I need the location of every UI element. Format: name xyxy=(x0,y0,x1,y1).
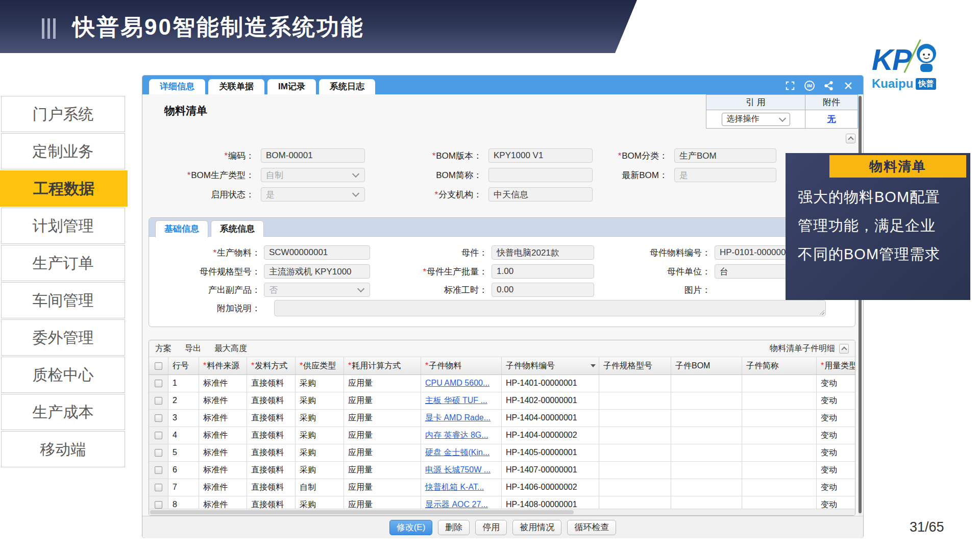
grid-toolbar-item[interactable]: 导出 xyxy=(185,343,201,354)
required-asterisk: * xyxy=(423,267,426,277)
table-cell: 硬盘 金士顿(Kin... xyxy=(421,444,502,461)
table-cell xyxy=(742,392,817,409)
sidebar: 门户系统定制业务工程数据计划管理生产订单车间管理委外管理质检中心生产成本移动端 xyxy=(1,96,125,468)
table-cell: 变动 xyxy=(817,375,855,392)
table-row[interactable]: 5标准件直接领料采购应用量硬盘 金士顿(Kin...HP-1405-000000… xyxy=(149,444,855,462)
sidebar-item[interactable]: 移动端 xyxy=(1,431,125,467)
table-cell: 快普机箱 K-AT... xyxy=(421,479,502,496)
checkbox-cell xyxy=(149,444,168,461)
child-item-link[interactable]: 主板 华硕 TUF ... xyxy=(425,396,487,405)
sidebar-item[interactable]: 工程数据 xyxy=(0,170,128,207)
field-select[interactable]: 否 xyxy=(264,283,370,297)
child-item-link[interactable]: CPU AMD 5600... xyxy=(425,379,489,387)
field-input[interactable]: 0.00 xyxy=(492,283,594,297)
filter-dropdown-icon[interactable] xyxy=(591,364,596,367)
action-select[interactable]: 选择操作 xyxy=(722,113,790,126)
row-checkbox[interactable] xyxy=(155,449,162,457)
required-asterisk: * xyxy=(203,357,206,374)
required-asterisk: * xyxy=(821,357,824,374)
footer-button[interactable]: 循环检查 xyxy=(567,520,616,535)
field-value: 台 xyxy=(720,266,728,278)
field-textarea[interactable] xyxy=(274,300,826,316)
window-tab[interactable]: 关联单据 xyxy=(208,79,264,94)
table-row[interactable]: 7标准件直接领料自制应用量快普机箱 K-AT...HP-1406-0000000… xyxy=(149,479,855,496)
sidebar-item[interactable]: 生产订单 xyxy=(1,245,125,281)
grid-toolbar-item[interactable]: 方案 xyxy=(155,343,172,354)
form-field: 图片： xyxy=(603,283,710,297)
child-item-link[interactable]: 内存 英睿达 8G... xyxy=(425,431,488,439)
table-cell: 直接领料 xyxy=(247,375,296,392)
sub-tab[interactable]: 系统信息 xyxy=(211,220,264,237)
sidebar-item[interactable]: 质检中心 xyxy=(1,357,125,393)
child-item-link[interactable]: 快普机箱 K-AT... xyxy=(425,483,484,491)
app-window: 详细信息关联单据IM记录系统日志 IM 物料清单 引 用 附件 xyxy=(142,75,864,538)
child-item-link[interactable]: 显示器 AOC 27... xyxy=(425,500,488,509)
field-input[interactable]: 生产BOM xyxy=(674,148,776,163)
table-cell xyxy=(599,444,671,461)
field-input[interactable]: 1.00 xyxy=(492,264,594,279)
footer-button[interactable]: 修改(E) xyxy=(389,520,433,535)
row-checkbox[interactable] xyxy=(155,397,162,405)
table-cell xyxy=(742,375,817,392)
field-input[interactable]: 快普电脑2021款 xyxy=(492,245,594,260)
sidebar-item[interactable]: 车间管理 xyxy=(1,282,125,318)
sub-tab[interactable]: 基础信息 xyxy=(155,220,208,237)
table-row[interactable]: 6标准件直接领料采购应用量电源 长城750W ...HP-1407-000000… xyxy=(149,462,855,479)
field-input[interactable]: 中天信息 xyxy=(488,187,593,202)
share-icon[interactable] xyxy=(823,80,835,91)
table-row[interactable]: 1标准件直接领料采购应用量CPU AMD 5600...HP-1401-0000… xyxy=(149,375,855,392)
row-checkbox[interactable] xyxy=(155,501,162,509)
horizontal-scrollbar-thumb[interactable] xyxy=(150,510,574,514)
collapse-form-button[interactable] xyxy=(846,134,855,143)
required-asterisk: * xyxy=(432,151,436,161)
window-tab[interactable]: IM记录 xyxy=(267,79,316,94)
im-icon[interactable]: IM xyxy=(804,80,815,91)
sidebar-item[interactable]: 委外管理 xyxy=(1,319,125,356)
sidebar-item[interactable]: 定制业务 xyxy=(1,133,125,169)
collapse-grid-button[interactable] xyxy=(839,344,849,354)
table-row[interactable]: 2标准件直接领料采购应用量主板 华硕 TUF ...HP-1402-000000… xyxy=(149,392,855,410)
column-label: 用量类型 xyxy=(824,357,855,374)
row-checkbox[interactable] xyxy=(155,380,162,387)
window-tab[interactable]: 系统日志 xyxy=(319,79,375,94)
table-cell: 采购 xyxy=(296,410,344,427)
footer-button[interactable]: 被用情况 xyxy=(512,520,561,535)
row-checkbox[interactable] xyxy=(155,414,162,422)
sidebar-item[interactable]: 门户系统 xyxy=(1,96,125,132)
grid-toolbar-item[interactable]: 最大高度 xyxy=(214,343,247,354)
field-select[interactable]: 是 xyxy=(261,187,365,202)
footer-button[interactable]: 删除 xyxy=(438,520,470,535)
column-label: 耗用计算方式 xyxy=(352,357,401,374)
child-item-link[interactable]: 电源 长城750W ... xyxy=(425,465,491,474)
field-input[interactable]: SCW00000001 xyxy=(264,245,370,260)
field-label: *BOM版本： xyxy=(377,150,482,162)
sidebar-item[interactable]: 计划管理 xyxy=(1,208,125,244)
attachment-link[interactable]: 无 xyxy=(827,113,836,125)
field-input[interactable]: BOM-00001 xyxy=(261,148,365,163)
child-item-link[interactable]: 硬盘 金士顿(Kin... xyxy=(425,448,489,457)
row-checkbox[interactable] xyxy=(155,432,162,439)
row-checkbox[interactable] xyxy=(155,466,162,474)
window-tab[interactable]: 详细信息 xyxy=(149,79,205,94)
table-row[interactable]: 4标准件直接领料采购应用量内存 英睿达 8G...HP-1404-0000000… xyxy=(149,427,855,444)
resize-handle[interactable] xyxy=(819,309,824,315)
child-item-link[interactable]: 显卡 AMD Rade... xyxy=(425,413,491,422)
required-asterisk: * xyxy=(213,248,216,258)
footer-button[interactable]: 停用 xyxy=(475,520,507,535)
field-input[interactable]: 主流游戏机 KPY1000 xyxy=(264,264,370,279)
row-checkbox[interactable] xyxy=(155,484,162,491)
sidebar-item[interactable]: 生产成本 xyxy=(1,394,125,430)
table-row[interactable]: 3标准件直接领料采购应用量显卡 AMD Rade...HP-1404-00000… xyxy=(149,410,855,427)
form-field: 母件：快普电脑2021款 xyxy=(384,245,594,260)
field-select[interactable]: 自制 xyxy=(261,168,365,182)
select-all-checkbox[interactable] xyxy=(155,362,162,370)
horizontal-scrollbar[interactable] xyxy=(149,509,855,515)
grid-header-cell: 行号 xyxy=(168,357,199,374)
table-cell: 标准件 xyxy=(199,375,247,392)
form-field: *BOM生产类型：自制 xyxy=(153,168,365,182)
expand-icon[interactable] xyxy=(785,80,796,91)
table-cell xyxy=(671,462,742,479)
close-icon[interactable] xyxy=(843,80,854,91)
field-input[interactable]: 是 xyxy=(674,168,776,182)
table-cell: 直接领料 xyxy=(247,444,296,461)
